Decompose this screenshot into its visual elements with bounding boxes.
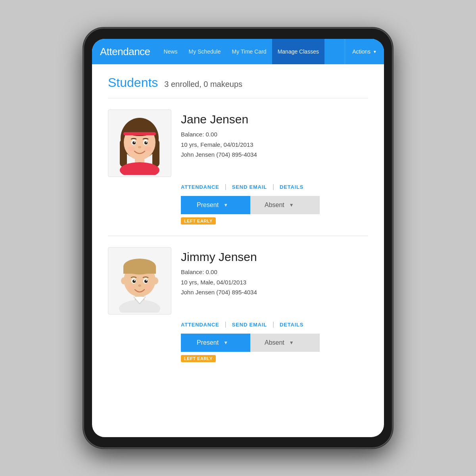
attendance-link-jane[interactable]: ATTENDANCE	[181, 184, 219, 190]
sep2-jimmy: |	[273, 321, 274, 328]
svg-point-34	[127, 285, 134, 290]
student-info-jimmy: Jimmy Jensen Balance: 0.00 10 yrs, Male,…	[181, 247, 368, 298]
details-link-jane[interactable]: DETAILS	[280, 184, 303, 190]
student-card-jimmy: Jimmy Jensen Balance: 0.00 10 yrs, Male,…	[108, 236, 368, 373]
nav-link-news[interactable]: News	[158, 39, 183, 64]
attendance-link-jimmy[interactable]: ATTENDANCE	[181, 322, 219, 328]
nav-actions-button[interactable]: Actions ▼	[345, 39, 384, 64]
tablet-device: Attendance News My Schedule My Time Card…	[83, 28, 393, 448]
svg-point-25	[121, 277, 127, 284]
student-row-jane: Jane Jensen Balance: 0.00 10 yrs, Female…	[108, 109, 368, 177]
student-photo-jimmy	[108, 247, 171, 315]
left-early-badge-jimmy: LEFT EARLY	[181, 355, 216, 362]
svg-point-33	[138, 284, 141, 287]
absent-caret-jane: ▼	[289, 202, 294, 208]
left-early-badge-jane: LEFT EARLY	[181, 217, 216, 225]
absent-button-jane[interactable]: Absent ▼	[250, 196, 320, 214]
actions-label: Actions	[352, 48, 370, 55]
actions-dropdown-arrow: ▼	[373, 50, 377, 54]
student-action-links-jimmy: ATTENDANCE | SEND EMAIL | DETAILS	[181, 321, 368, 328]
svg-point-17	[144, 146, 152, 151]
svg-point-15	[138, 146, 141, 148]
student-balance-jane: Balance: 0.00 10 yrs, Female, 04/01/2013…	[181, 129, 368, 160]
student-row-jimmy: Jimmy Jensen Balance: 0.00 10 yrs, Male,…	[108, 247, 368, 315]
svg-point-14	[146, 142, 147, 143]
nav-bar: Attendance News My Schedule My Time Card…	[92, 39, 384, 64]
present-caret-jane: ▼	[223, 202, 228, 208]
svg-point-26	[153, 277, 158, 284]
students-title: Students	[108, 75, 158, 90]
attendance-buttons-jane: Present ▼ Absent ▼	[181, 196, 368, 214]
nav-link-my-schedule[interactable]: My Schedule	[183, 39, 226, 64]
tablet-screen: Attendance News My Schedule My Time Card…	[92, 39, 384, 437]
svg-point-31	[134, 280, 135, 281]
details-link-jimmy[interactable]: DETAILS	[280, 322, 303, 328]
svg-point-16	[128, 146, 135, 151]
sep2-jane: |	[273, 183, 274, 190]
student-info-jane: Jane Jensen Balance: 0.00 10 yrs, Female…	[181, 109, 368, 160]
svg-point-32	[146, 280, 147, 281]
send-email-link-jane[interactable]: SEND EMAIL	[232, 184, 267, 190]
present-button-jane[interactable]: Present ▼	[181, 196, 250, 214]
nav-links: News My Schedule My Time Card Manage Cla…	[158, 39, 345, 64]
students-header: Students 3 enrolled, 0 makeups	[108, 75, 368, 90]
present-button-jimmy[interactable]: Present ▼	[181, 334, 250, 352]
student-card-jane: Jane Jensen Balance: 0.00 10 yrs, Female…	[108, 98, 368, 236]
svg-point-35	[145, 285, 152, 290]
student-photo-jane	[108, 109, 171, 177]
present-caret-jimmy: ▼	[223, 340, 228, 345]
enrollment-summary: 3 enrolled, 0 makeups	[164, 80, 242, 89]
attendance-buttons-jimmy: Present ▼ Absent ▼	[181, 334, 368, 352]
send-email-link-jimmy[interactable]: SEND EMAIL	[232, 322, 267, 328]
nav-link-manage-classes[interactable]: Manage Classes	[272, 39, 324, 64]
sep1-jane: |	[225, 183, 226, 190]
student-name-jane: Jane Jensen	[181, 113, 368, 126]
nav-brand: Attendance	[92, 39, 158, 64]
sep1-jimmy: |	[225, 321, 226, 328]
absent-button-jimmy[interactable]: Absent ▼	[250, 334, 320, 352]
student-action-links-jane: ATTENDANCE | SEND EMAIL | DETAILS	[181, 183, 368, 190]
absent-caret-jimmy: ▼	[289, 340, 294, 345]
svg-point-24	[123, 263, 156, 270]
svg-point-13	[134, 142, 135, 143]
nav-link-my-time-card[interactable]: My Time Card	[226, 39, 272, 64]
svg-rect-8	[123, 132, 156, 135]
student-name-jimmy: Jimmy Jensen	[181, 250, 368, 264]
main-content: Students 3 enrolled, 0 makeups	[92, 64, 384, 384]
student-balance-jimmy: Balance: 0.00 10 yrs, Male, 04/01/2013 J…	[181, 267, 368, 298]
